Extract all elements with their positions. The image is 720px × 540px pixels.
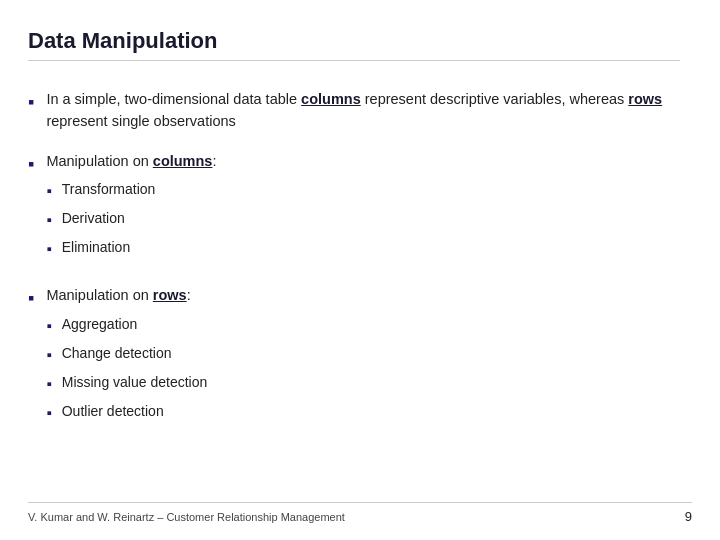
footer-page-number: 9 [685, 509, 692, 524]
slide-container: Data Manipulation ▪ In a simple, two-dim… [0, 0, 720, 540]
sub-bullet-aggregation: ▪ Aggregation [46, 315, 207, 336]
sub-marker-elimination: ▪ [46, 238, 51, 259]
sub-label-elimination: Elimination [62, 238, 130, 258]
sub-marker-missing-value: ▪ [46, 373, 51, 394]
sub-marker-derivation: ▪ [46, 209, 51, 230]
sub-marker-outlier: ▪ [46, 402, 51, 423]
footer-citation: V. Kumar and W. Reinartz – Customer Rela… [28, 511, 345, 523]
sub-bullet-elimination: ▪ Elimination [46, 238, 216, 259]
columns-intro-highlight: columns [153, 153, 213, 169]
sub-label-aggregation: Aggregation [62, 315, 138, 335]
bullet-item-2: ▪ Manipulation on columns: ▪ Transformat… [28, 151, 680, 268]
bullet-content-2: Manipulation on columns: ▪ Transformatio… [46, 151, 216, 268]
bullet-content-3: Manipulation on rows: ▪ Aggregation ▪ Ch… [46, 285, 207, 431]
rows-intro-highlight: rows [153, 287, 187, 303]
sub-bullet-outlier: ▪ Outlier detection [46, 402, 207, 423]
bullet-content-1: In a simple, two-dimensional data table … [46, 89, 680, 133]
columns-highlight: columns [301, 91, 361, 107]
slide-title: Data Manipulation [28, 28, 680, 61]
rows-highlight: rows [628, 91, 662, 107]
bullet-item-3: ▪ Manipulation on rows: ▪ Aggregation ▪ … [28, 285, 680, 431]
sub-bullet-list-3: ▪ Aggregation ▪ Change detection ▪ Missi… [46, 315, 207, 423]
sub-bullet-change-detection: ▪ Change detection [46, 344, 207, 365]
sub-marker-transformation: ▪ [46, 180, 51, 201]
sub-marker-aggregation: ▪ [46, 315, 51, 336]
slide-footer: V. Kumar and W. Reinartz – Customer Rela… [28, 502, 692, 524]
sub-bullet-list-2: ▪ Transformation ▪ Derivation ▪ Eliminat… [46, 180, 216, 259]
bullet-marker-2: ▪ [28, 152, 34, 177]
sub-label-transformation: Transformation [62, 180, 156, 200]
bullet-marker-3: ▪ [28, 286, 34, 311]
sub-label-change-detection: Change detection [62, 344, 172, 364]
main-bullet-list: ▪ In a simple, two-dimensional data tabl… [28, 89, 680, 431]
sub-bullet-transformation: ▪ Transformation [46, 180, 216, 201]
sub-label-missing-value: Missing value detection [62, 373, 208, 393]
bullet-marker-1: ▪ [28, 90, 34, 115]
sub-label-derivation: Derivation [62, 209, 125, 229]
sub-label-outlier: Outlier detection [62, 402, 164, 422]
bullet-item-1: ▪ In a simple, two-dimensional data tabl… [28, 89, 680, 133]
sub-bullet-missing-value: ▪ Missing value detection [46, 373, 207, 394]
sub-bullet-derivation: ▪ Derivation [46, 209, 216, 230]
sub-marker-change-detection: ▪ [46, 344, 51, 365]
